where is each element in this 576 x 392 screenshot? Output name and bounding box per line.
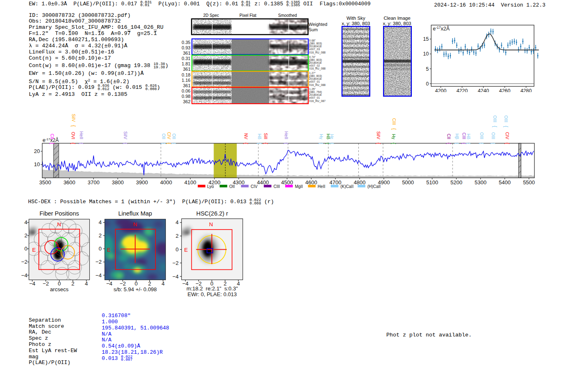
- svg-text:{: {: [490, 142, 496, 144]
- svg-text:15: 15: [423, 36, 429, 42]
- svg-text:Hβ: Hβ: [455, 134, 460, 139]
- svg-text:{: {: [123, 142, 128, 144]
- svg-text:SiIV: SiIV: [376, 131, 381, 139]
- svg-text:4100: 4100: [184, 179, 196, 186]
- svg-text:4500: 4500: [281, 179, 293, 186]
- svg-text:0: 0: [24, 246, 27, 252]
- svg-text:4280: 4280: [520, 88, 532, 92]
- svg-text:N: N: [57, 221, 61, 227]
- svg-text:−4: −4: [21, 272, 27, 278]
- svg-text:CII: CII: [50, 134, 55, 139]
- svg-text:2: 2: [24, 232, 27, 239]
- svg-text:4: 4: [85, 281, 88, 287]
- svg-text:10: 10: [34, 161, 40, 167]
- svg-text:Lyα: Lyα: [207, 184, 214, 189]
- svg-text:Hδ: Hδ: [466, 134, 471, 139]
- svg-text:CIV: CIV: [167, 132, 172, 139]
- svg-text:4: 4: [176, 219, 179, 225]
- svg-text:Hγ: Hγ: [391, 134, 396, 140]
- svg-text:4220: 4220: [456, 88, 468, 92]
- svg-text:CIII: CIII: [462, 132, 467, 139]
- svg-text:3500: 3500: [39, 179, 51, 186]
- svg-text:0: 0: [58, 281, 61, 287]
- svg-text:5: 5: [426, 66, 429, 72]
- svg-text:5100: 5100: [426, 179, 438, 186]
- svg-text:−2: −2: [21, 259, 27, 265]
- svg-text:HeII: HeII: [318, 184, 325, 189]
- svg-text:OIII: OIII: [492, 116, 497, 123]
- svg-text:Fiber Positions: Fiber Positions: [39, 210, 79, 217]
- svg-text:−4: −4: [172, 274, 179, 280]
- svg-text:CII: CII: [446, 134, 451, 139]
- svg-text:OIII: OIII: [504, 116, 509, 123]
- svg-text:{: {: [257, 142, 262, 144]
- svg-text:{: {: [49, 142, 55, 144]
- svg-text:2: 2: [71, 281, 74, 287]
- svg-text:−4: −4: [106, 281, 112, 287]
- svg-text:{: {: [503, 125, 509, 127]
- svg-text:{: {: [329, 142, 335, 144]
- svg-text:EWr: 0, PLAE: 0.013: EWr: 0, PLAE: 0.013: [188, 291, 237, 297]
- svg-text:{: {: [492, 125, 498, 127]
- svg-text:{: {: [479, 142, 485, 144]
- svg-text:Hδ: Hδ: [257, 134, 262, 139]
- svg-text:−2: −2: [120, 281, 126, 287]
- svg-text:20: 20: [34, 148, 40, 154]
- svg-text:E: E: [32, 247, 36, 253]
- svg-text:−2: −2: [172, 260, 179, 266]
- svg-text:4800: 4800: [354, 179, 366, 186]
- svg-text:4000: 4000: [160, 179, 172, 186]
- svg-text:s/b: 5.94 +/- 0.098: s/b: 5.94 +/- 0.098: [114, 286, 157, 292]
- svg-text:(K)CaII: (K)CaII: [341, 184, 354, 189]
- svg-text:OIII: OIII: [479, 132, 484, 139]
- svg-text:2: 2: [176, 233, 179, 239]
- svg-text:{: {: [504, 142, 510, 144]
- svg-text:{: {: [466, 142, 471, 144]
- svg-text:CIII: CIII: [392, 118, 397, 125]
- svg-text:0: 0: [176, 246, 179, 253]
- svg-text:0: 0: [135, 281, 137, 287]
- svg-text:4400: 4400: [257, 179, 269, 186]
- svg-text:4: 4: [162, 281, 165, 287]
- svg-text:{: {: [318, 142, 324, 144]
- svg-text:{: {: [376, 142, 381, 144]
- svg-text:E: E: [107, 247, 111, 253]
- svg-text:{: {: [79, 142, 84, 144]
- svg-text:Lineflux Map: Lineflux Map: [118, 210, 152, 217]
- svg-text:{: {: [263, 142, 269, 144]
- svg-text:3600: 3600: [63, 179, 75, 186]
- svg-text:4240: 4240: [478, 88, 489, 92]
- svg-text:{: {: [70, 142, 76, 144]
- svg-text:−4: −4: [95, 272, 102, 278]
- svg-text:{: {: [454, 142, 460, 144]
- svg-text:5000: 5000: [402, 179, 414, 186]
- svg-text:−2: −2: [43, 281, 49, 287]
- svg-text:SiIV: SiIV: [71, 114, 76, 122]
- svg-text:4: 4: [99, 219, 102, 225]
- svg-text:4: 4: [24, 219, 27, 225]
- svg-text:N: N: [209, 221, 213, 227]
- svg-text:HeII: HeII: [284, 131, 289, 139]
- svg-text:{: {: [446, 142, 452, 144]
- svg-text:2: 2: [99, 232, 102, 239]
- svg-text:MgII: MgII: [295, 184, 303, 189]
- svg-text:e-17x2Å: e-17x2Å: [433, 26, 450, 32]
- svg-text:{: {: [71, 125, 77, 127]
- svg-text:5200: 5200: [451, 179, 462, 186]
- svg-text:{: {: [283, 142, 289, 144]
- svg-text:HeII: HeII: [79, 131, 84, 139]
- svg-text:(H)CaII: (H)CaII: [367, 184, 381, 189]
- svg-text:3900: 3900: [136, 179, 148, 186]
- svg-text:CIV: CIV: [251, 184, 258, 189]
- svg-text:−4: −4: [29, 281, 35, 287]
- svg-text:{: {: [243, 142, 249, 144]
- svg-text:4700: 4700: [330, 179, 341, 186]
- svg-text:Hε: Hε: [330, 134, 334, 139]
- svg-text:OII: OII: [161, 133, 166, 139]
- svg-text:3800: 3800: [112, 179, 124, 186]
- svg-text:2: 2: [148, 281, 151, 287]
- svg-text:OIII: OIII: [491, 132, 496, 139]
- svg-text:0: 0: [99, 246, 102, 252]
- svg-text:OII: OII: [229, 184, 235, 189]
- svg-text:−2: −2: [95, 259, 102, 265]
